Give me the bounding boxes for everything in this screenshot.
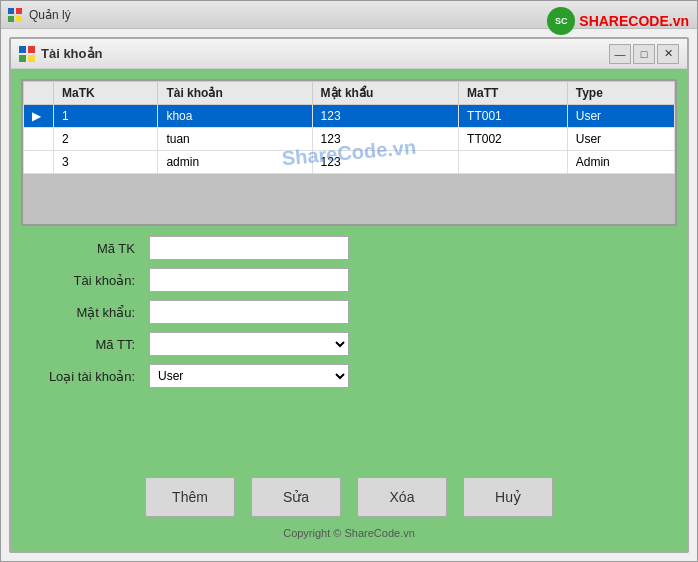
col-matk: MaTK — [54, 82, 158, 105]
label-matk: Mã TK — [41, 241, 141, 256]
svg-rect-1 — [16, 8, 22, 14]
table-row[interactable]: 3admin123Admin — [24, 151, 675, 174]
button-row: Thêm Sửa Xóa Huỷ — [21, 477, 677, 525]
logo-code: CODE — [628, 13, 668, 29]
form-row-loai: Loại tài khoản: User Admin — [41, 364, 657, 388]
svg-rect-6 — [19, 55, 26, 62]
svg-rect-2 — [8, 16, 14, 22]
form-row-matt: Mã TT: TT001 TT002 — [41, 332, 657, 356]
form-row-matkhau: Mật khẩu: — [41, 300, 657, 324]
svg-rect-5 — [28, 46, 35, 53]
inner-window: Tài khoản — □ ✕ ShareCode.vn MaTK Tài kh… — [9, 37, 689, 553]
logo-icon: SC — [547, 7, 575, 35]
svg-rect-0 — [8, 8, 14, 14]
label-matt: Mã TT: — [41, 337, 141, 352]
form-area: Mã TK Tài khoản: Mật khẩu: Mã TT: TT001 — [21, 236, 677, 471]
form-row-taikhoan: Tài khoản: — [41, 268, 657, 292]
col-matt: MaTT — [459, 82, 568, 105]
table-header-row: MaTK Tài khoản Mật khẩu MaTT Type — [24, 82, 675, 105]
close-button[interactable]: ✕ — [657, 44, 679, 64]
table-row[interactable]: ▶1khoa123TT001User — [24, 105, 675, 128]
svg-rect-7 — [28, 55, 35, 62]
logo-text: SHARECODE.vn — [579, 13, 689, 29]
logo-share: SHARE — [579, 13, 628, 29]
input-taikhoan[interactable] — [149, 268, 349, 292]
col-indicator — [24, 82, 54, 105]
select-loai[interactable]: User Admin — [149, 364, 349, 388]
col-taikhoan: Tài khoản — [158, 82, 312, 105]
sua-button[interactable]: Sửa — [251, 477, 341, 517]
input-matk[interactable] — [149, 236, 349, 260]
label-matkhau: Mật khẩu: — [41, 305, 141, 320]
row-indicator — [24, 151, 54, 174]
select-matt[interactable]: TT001 TT002 — [149, 332, 349, 356]
xoa-button[interactable]: Xóa — [357, 477, 447, 517]
col-matkhau: Mật khẩu — [312, 82, 458, 105]
them-button[interactable]: Thêm — [145, 477, 235, 517]
inner-titlebar: Tài khoản — □ ✕ — [11, 39, 687, 69]
svg-rect-4 — [19, 46, 26, 53]
label-taikhoan: Tài khoản: — [41, 273, 141, 288]
minimize-button[interactable]: — — [609, 44, 631, 64]
maximize-button[interactable]: □ — [633, 44, 655, 64]
window-icon — [19, 46, 35, 62]
svg-rect-3 — [16, 16, 22, 22]
col-type: Type — [567, 82, 674, 105]
copyright-text: Copyright © ShareCode.vn — [21, 525, 677, 541]
label-loai: Loại tài khoản: — [41, 369, 141, 384]
table-empty-area — [23, 174, 675, 224]
huy-button[interactable]: Huỷ — [463, 477, 553, 517]
input-matkhau[interactable] — [149, 300, 349, 324]
form-row-matk: Mã TK — [41, 236, 657, 260]
app-icon — [7, 7, 23, 23]
window-controls: — □ ✕ — [609, 44, 679, 64]
row-indicator — [24, 128, 54, 151]
row-indicator: ▶ — [24, 105, 54, 128]
top-logo: SC SHARECODE.vn — [547, 7, 689, 35]
table-row[interactable]: 2tuan123TT002User — [24, 128, 675, 151]
data-table: MaTK Tài khoản Mật khẩu MaTT Type ▶1khoa… — [23, 81, 675, 174]
table-area: ShareCode.vn MaTK Tài khoản Mật khẩu MaT… — [21, 79, 677, 226]
logo-domain: .vn — [669, 13, 689, 29]
window-title: Tài khoản — [41, 46, 609, 61]
inner-content: ShareCode.vn MaTK Tài khoản Mật khẩu MaT… — [11, 69, 687, 551]
